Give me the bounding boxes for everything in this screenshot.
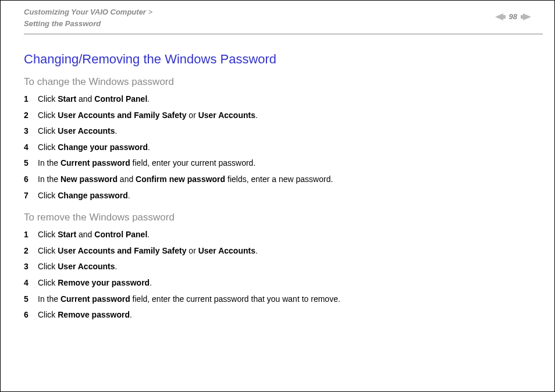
- step-item: 3Click User Accounts.: [24, 261, 531, 273]
- step-item: 2Click User Accounts and Family Safety o…: [24, 245, 531, 257]
- step-number: 2: [24, 245, 38, 257]
- breadcrumb-line1: Customizing Your VAIO Computer: [24, 8, 146, 16]
- page-title: Changing/Removing the Windows Password: [24, 52, 531, 67]
- svg-marker-1: [521, 13, 531, 20]
- step-item: 1Click Start and Control Panel.: [24, 229, 531, 241]
- step-item: 1Click Start and Control Panel.: [24, 94, 531, 105]
- step-text: Click Start and Control Panel.: [38, 94, 150, 105]
- step-text: Click Start and Control Panel.: [38, 229, 150, 241]
- step-item: 2Click User Accounts and Family Safety o…: [24, 110, 531, 122]
- svg-marker-0: [495, 13, 506, 20]
- page-header: Customizing Your VAIO Computer > Setting…: [1, 1, 554, 34]
- step-item: 6In the New password and Confirm new pas…: [24, 174, 531, 186]
- step-number: 4: [24, 277, 38, 289]
- step-number: 5: [24, 158, 38, 169]
- step-number: 5: [24, 294, 38, 305]
- step-number: 3: [24, 261, 38, 273]
- change-password-steps: 1Click Start and Control Panel.2Click Us…: [24, 94, 531, 201]
- step-text: Click Remove password.: [38, 309, 132, 321]
- step-item: 5In the Current password field, enter yo…: [24, 158, 531, 169]
- step-text: Click Change your password.: [38, 142, 150, 154]
- breadcrumb-separator: >: [146, 8, 152, 16]
- step-text: Click User Accounts.: [38, 126, 117, 137]
- step-number: 3: [24, 126, 38, 137]
- section-heading-remove: To remove the Windows password: [24, 212, 531, 223]
- page-navigation: 98: [495, 6, 531, 21]
- step-text: Click User Accounts.: [38, 261, 117, 273]
- step-item: 7Click Change password.: [24, 190, 531, 202]
- step-number: 6: [24, 174, 38, 186]
- prev-page-icon[interactable]: [495, 13, 506, 20]
- page-number: 98: [509, 12, 517, 21]
- step-text: Click User Accounts and Family Safety or…: [38, 110, 258, 122]
- step-number: 6: [24, 309, 38, 321]
- step-item: 6Click Remove password.: [24, 309, 531, 321]
- step-text: Click User Accounts and Family Safety or…: [38, 245, 258, 257]
- step-text: In the Current password field, enter the…: [38, 294, 340, 305]
- step-number: 1: [24, 229, 38, 241]
- breadcrumb: Customizing Your VAIO Computer > Setting…: [24, 6, 152, 29]
- step-item: 4Click Remove your password.: [24, 277, 531, 289]
- step-text: In the New password and Confirm new pass…: [38, 174, 333, 186]
- breadcrumb-line2: Setting the Password: [24, 19, 101, 28]
- step-item: 5In the Current password field, enter th…: [24, 294, 531, 305]
- step-number: 7: [24, 190, 38, 202]
- step-text: Click Remove your password.: [38, 277, 152, 289]
- step-item: 4Click Change your password.: [24, 142, 531, 154]
- step-text: In the Current password field, enter you…: [38, 158, 255, 169]
- step-number: 4: [24, 142, 38, 154]
- section-heading-change: To change the Windows password: [24, 76, 531, 88]
- step-number: 1: [24, 94, 38, 105]
- page-content: Changing/Removing the Windows Password T…: [1, 34, 554, 343]
- next-page-icon[interactable]: [521, 13, 531, 20]
- step-text: Click Change password.: [38, 190, 130, 202]
- remove-password-steps: 1Click Start and Control Panel.2Click Us…: [24, 229, 531, 321]
- step-number: 2: [24, 110, 38, 122]
- step-item: 3Click User Accounts.: [24, 126, 531, 137]
